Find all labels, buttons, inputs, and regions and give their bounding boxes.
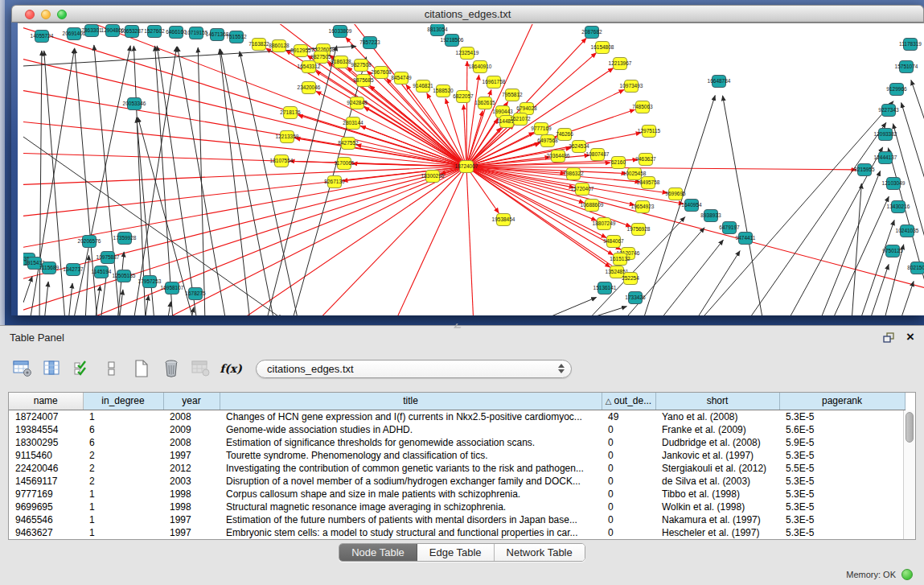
cell-out_degree[interactable]: 0 [602, 501, 655, 513]
cell-name[interactable]: 19384554 [9, 423, 83, 436]
memory-status-indicator[interactable] [901, 569, 913, 580]
cell-name[interactable]: 9465546 [9, 513, 83, 526]
cell-in_degree[interactable]: 1 [83, 410, 163, 423]
graph-node[interactable]: 12213967 [609, 58, 632, 70]
table-row[interactable]: 946554611997Estimation of the future num… [9, 513, 905, 526]
cell-out_degree[interactable]: 49 [602, 410, 655, 423]
cell-pagerank[interactable]: 5.3E-5 [779, 475, 905, 488]
show-columns-icon[interactable] [41, 357, 64, 380]
graph-node[interactable]: 16648784 [708, 76, 731, 88]
cell-name[interactable]: 9463627 [9, 526, 83, 539]
graph-node[interactable]: 18107554 [270, 155, 294, 167]
cell-in_degree[interactable]: 6 [83, 436, 163, 449]
cell-title[interactable]: Tourette syndrome. Phenomenology and cla… [220, 449, 602, 462]
graph-node[interactable]: 12444137 [874, 152, 897, 164]
float-panel-icon[interactable] [883, 332, 895, 343]
graph-node[interactable]: 2803144 [343, 117, 363, 130]
graph-node[interactable]: 7955812 [502, 89, 523, 101]
network-view-canvas[interactable]: 1405572420691406786330112904866106532871… [18, 23, 924, 315]
table-row[interactable]: 911546021997Tourette syndrome. Phenomeno… [9, 449, 905, 462]
graph-node[interactable]: 1362615 [474, 97, 495, 109]
panel-splitter-grip[interactable] [454, 323, 462, 328]
cell-title[interactable]: Changes of HCN gene expression and I(f) … [220, 410, 602, 423]
column-header-name[interactable]: name [9, 393, 83, 410]
graph-node[interactable]: 17957253 [138, 276, 162, 288]
tab-network-table[interactable]: Network Table [495, 544, 585, 561]
cell-in_degree[interactable]: 1 [83, 513, 163, 526]
graph-node[interactable]: 746266 [556, 129, 573, 141]
graph-node[interactable]: 7485063 [632, 101, 653, 113]
zoom-window-button[interactable] [57, 10, 67, 19]
cell-year[interactable]: 2009 [163, 423, 220, 436]
table-row[interactable]: 969969511998Structural magnetic resonanc… [9, 501, 905, 513]
cell-in_degree[interactable]: 2 [83, 475, 163, 488]
cell-out_degree[interactable]: 0 [602, 449, 655, 462]
table-row[interactable]: 977716911998Corpus callosum shape and si… [9, 488, 905, 501]
cell-out_degree[interactable]: 0 [602, 488, 655, 501]
graph-node[interactable]: 16033809 [329, 26, 352, 38]
graph-node[interactable]: 1733426 [625, 292, 646, 304]
cell-name[interactable]: 9699695 [9, 501, 83, 513]
cell-title[interactable]: Structural magnetic resonance image aver… [220, 501, 602, 513]
graph-node[interactable]: 8912955 [290, 45, 311, 57]
tab-node-table[interactable]: Node Table [339, 544, 417, 561]
cell-out_degree[interactable]: 0 [602, 462, 655, 475]
graph-node[interactable]: 7857223 [359, 37, 380, 49]
cell-year[interactable]: 1998 [163, 488, 220, 501]
graph-node[interactable]: 12325419 [456, 47, 479, 60]
cell-short[interactable]: Yano et al. (2008) [655, 410, 779, 423]
cell-pagerank[interactable]: 5.5E-5 [779, 462, 905, 475]
table-row[interactable]: 946362711997Embryonic stem cells: a mode… [9, 526, 905, 539]
column-header-year[interactable]: year [163, 393, 220, 410]
graph-node[interactable]: 1170065 [335, 158, 355, 170]
graph-node[interactable]: 15751074 [895, 61, 918, 73]
network-window[interactable]: citations_edges.txt 14055724206914067863… [11, 5, 924, 315]
graph-node[interactable]: 8454749 [391, 72, 412, 84]
cell-year[interactable]: 2008 [163, 410, 220, 423]
cell-short[interactable]: Jankovic et al. (1997) [655, 449, 779, 462]
cell-title[interactable]: Estimation of the future numbers of pati… [220, 513, 602, 526]
cell-year[interactable]: 2012 [163, 462, 220, 475]
graph-node[interactable]: 6466160 [166, 27, 187, 39]
close-panel-icon[interactable]: × [906, 332, 914, 343]
rows-icon[interactable] [101, 357, 123, 380]
table-vertical-scrollbar[interactable] [903, 410, 915, 539]
cell-out_degree[interactable]: 0 [602, 475, 655, 488]
graph-node[interactable]: 8186328 [331, 56, 351, 68]
column-header-short[interactable]: short [655, 393, 779, 410]
cell-name[interactable]: 9777169 [9, 488, 83, 501]
network-graph[interactable]: 1405572420691406786330112904866106532871… [23, 24, 924, 315]
left-splitter[interactable] [0, 0, 5, 325]
cell-name[interactable]: 14569117 [9, 475, 83, 488]
graph-node[interactable]: 16961758 [483, 76, 506, 89]
graph-node[interactable]: 8267130 [324, 176, 345, 188]
cell-year[interactable]: 1997 [163, 513, 220, 526]
cell-in_degree[interactable]: 1 [83, 488, 163, 501]
graph-node[interactable]: 10975887 [97, 252, 120, 264]
table-row[interactable]: 2242004622012Investigating the contribut… [9, 462, 905, 475]
cell-out_degree[interactable]: 0 [602, 526, 655, 539]
graph-node[interactable]: 19538454 [492, 214, 515, 226]
graph-node[interactable]: 9227343 [878, 105, 899, 117]
graph-node[interactable]: 19756928 [627, 224, 651, 236]
network-window-titlebar[interactable]: citations_edges.txt [11, 5, 924, 23]
cell-title[interactable]: Estimation of significance thresholds fo… [220, 436, 602, 449]
graph-node[interactable]: 9129966 [886, 84, 907, 96]
cell-short[interactable]: Wolkin et al. (1998) [655, 501, 779, 513]
graph-node[interactable]: 1640954 [681, 200, 702, 212]
delete-table-icon[interactable] [190, 357, 212, 380]
new-column-icon[interactable] [130, 357, 153, 380]
graph-node[interactable]: 2718176 [280, 107, 301, 119]
cell-pagerank[interactable]: 5.3E-5 [779, 449, 905, 462]
graph-node[interactable]: 16958107 [161, 282, 184, 295]
cell-name[interactable]: 18300295 [9, 436, 83, 449]
cell-in_degree[interactable]: 1 [83, 501, 163, 513]
graph-node[interactable]: 10719155 [185, 27, 208, 39]
cell-year[interactable]: 1997 [163, 449, 220, 462]
graph-node[interactable]: 18640910 [469, 61, 492, 73]
select-columns-icon[interactable] [71, 357, 93, 380]
cell-pagerank[interactable]: 5.3E-5 [779, 526, 905, 539]
cell-year[interactable]: 1998 [163, 501, 220, 513]
table-mode-icon[interactable] [11, 357, 34, 380]
graph-node[interactable]: 15136141 [593, 282, 617, 295]
